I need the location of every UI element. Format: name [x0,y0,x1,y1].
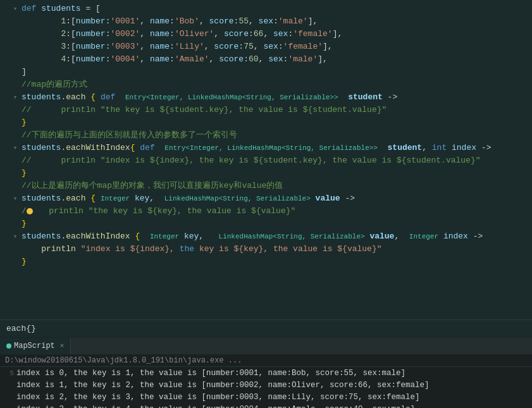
code-line-20: println "index is ${index}, the key is $… [0,243,532,256]
console-line-1: 5 index is 0, the key is 1, the value is… [0,367,532,379]
code-line-4: 3:[number:'0003', name:'Lily', score:75,… [0,40,532,53]
code-line-19: ▾ students.eachWithIndex { Integer key, … [0,230,532,243]
editor-area: ▾ def students = [ 1:[number:'0001', nam… [0,0,532,319]
code-line-13: // println "index is ${index}, the key i… [0,154,532,167]
console-line-2: index is 1, the key is 2, the value is [… [0,379,532,391]
code-line-6: ] [0,66,532,78]
code-line-7: //map的遍历方式 [0,78,532,91]
code-line-16: ▾ students.each { Integer key, LinkedHas… [0,192,532,205]
code-line-10: } [0,116,532,129]
code-line-11: //下面的遍历与上面的区别就是传入的参数多了一个索引号 [0,129,532,142]
code-line-1: ▾ def students = [ [0,3,532,15]
code-line-21: } [0,256,532,268]
code-line-8: ▾ students.each { def Entry<Integer, Lin… [0,91,532,104]
code-line-12: ▾ students.eachWithIndex{ def Entry<Inte… [0,142,532,154]
tab-dot [6,343,11,349]
code-line-17: / println "the key is ${key}, the value … [0,205,532,218]
code-line-15: //以上是遍历的每个map里的对象，我们可以直接遍历key和value的值 [0,180,532,192]
tab-label: MapScript [14,342,55,350]
bottom-text: each{} [6,324,36,333]
tab-bar: MapScript × [0,337,532,355]
tab-mapscript[interactable]: MapScript × [0,338,71,354]
console-line-3: index is 2, the key is 3, the value is [… [0,391,532,403]
console-area: D:\window20180615\Java\jdk1.8.0_191\bin\… [0,355,532,408]
editor-bottom-bar: each{} [0,319,532,337]
code-line-14: } [0,167,532,180]
code-line-18: } [0,218,532,230]
code-line-3: 2:[number:'0002', name:'Oliver', score:6… [0,28,532,40]
code-line-9: // println "the key is ${student.key}, t… [0,104,532,116]
console-header: D:\window20180615\Java\jdk1.8.0_191\bin\… [0,355,532,367]
code-line-2: 1:[number:'0001', name:'Bob', score:55, … [0,15,532,28]
tab-close-icon[interactable]: × [60,342,65,350]
code-line-5: 4:[number:'0004', name:'Amale', score:60… [0,53,532,66]
console-line-4: index is 3, the key is 4, the value is [… [0,403,532,408]
